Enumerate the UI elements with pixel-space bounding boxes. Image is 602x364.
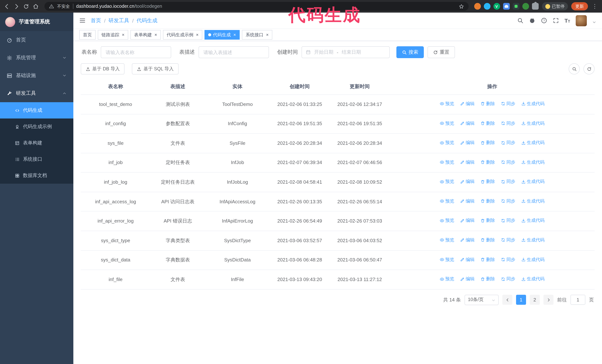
action-preview-link[interactable]: 预览 <box>440 179 454 185</box>
github-icon[interactable] <box>529 17 535 24</box>
action-preview-link[interactable]: 预览 <box>440 140 454 146</box>
update-chip[interactable]: 更新 <box>571 2 588 10</box>
action-sync-link[interactable]: 同步 <box>501 120 515 126</box>
breadcrumb-item-home[interactable]: 首页 <box>91 17 101 24</box>
action-edit-link[interactable]: 编辑 <box>460 276 474 282</box>
action-preview-link[interactable]: 预览 <box>440 256 454 263</box>
avatar-caret-icon[interactable] <box>592 19 596 22</box>
action-edit-link[interactable]: 编辑 <box>460 218 474 224</box>
action-generate-code-link[interactable]: 生成代码 <box>521 276 545 282</box>
search-button[interactable]: 搜索 <box>396 46 424 58</box>
tab-close-icon[interactable]: × <box>122 32 124 37</box>
action-generate-code-link[interactable]: 生成代码 <box>521 179 545 185</box>
action-delete-link[interactable]: 删除 <box>481 159 495 165</box>
action-delete-link[interactable]: 删除 <box>481 120 495 126</box>
action-delete-link[interactable]: 删除 <box>481 179 495 185</box>
action-generate-code-link[interactable]: 生成代码 <box>521 159 545 165</box>
extension-icon-4[interactable] <box>503 3 510 10</box>
action-generate-code-link[interactable]: 生成代码 <box>521 218 545 224</box>
extensions-puzzle-icon[interactable] <box>532 3 538 10</box>
goto-page-input[interactable] <box>570 295 585 305</box>
sidebar-item-codegen-example[interactable]: 代码生成示例 <box>0 118 73 135</box>
table-desc-input[interactable] <box>199 46 269 58</box>
tab-form-builder[interactable]: 表单构建× <box>130 30 161 40</box>
refresh-icon[interactable] <box>23 3 29 10</box>
action-generate-code-link[interactable]: 生成代码 <box>521 140 545 146</box>
action-delete-link[interactable]: 删除 <box>481 101 495 107</box>
sidebar-item-codegen[interactable]: 代码生成 <box>0 102 73 118</box>
action-delete-link[interactable]: 删除 <box>481 276 495 282</box>
action-edit-link[interactable]: 编辑 <box>460 140 474 146</box>
extension-icon-3[interactable]: V <box>493 3 500 10</box>
action-sync-link[interactable]: 同步 <box>501 218 515 224</box>
sidebar-item-infrastructure[interactable]: 基础设施 <box>0 67 73 84</box>
action-preview-link[interactable]: 预览 <box>440 159 454 165</box>
action-preview-link[interactable]: 预览 <box>440 218 454 224</box>
avatar[interactable] <box>576 15 587 26</box>
table-name-input[interactable] <box>101 46 171 58</box>
address-bar[interactable]: 不安全 dashboard.yudao.iocoder.cn/tool/code… <box>44 2 468 11</box>
tab-system-api[interactable]: 系统接口× <box>242 30 272 40</box>
tab-codegen[interactable]: 代码生成× <box>204 30 240 40</box>
extension-icon-1[interactable] <box>474 3 481 10</box>
action-edit-link[interactable]: 编辑 <box>460 101 474 107</box>
paused-chip[interactable]: 已暂停 <box>542 2 568 10</box>
tab-close-icon[interactable]: × <box>266 32 269 37</box>
tab-trace[interactable]: 链路追踪× <box>98 30 128 40</box>
import-sql-button[interactable]: 基于 SQL 导入 <box>132 63 179 74</box>
page-button-2[interactable]: 2 <box>530 295 540 305</box>
search-icon[interactable] <box>517 17 523 24</box>
action-delete-link[interactable]: 删除 <box>481 140 495 146</box>
sidebar-item-form-builder[interactable]: 表单构建 <box>0 135 73 151</box>
action-sync-link[interactable]: 同步 <box>501 237 515 243</box>
action-preview-link[interactable]: 预览 <box>440 237 454 243</box>
extension-icon-6[interactable] <box>522 3 529 10</box>
sidebar-item-home[interactable]: 首页 <box>0 31 73 49</box>
sidebar-item-system-management[interactable]: 系统管理 <box>0 49 73 67</box>
page-size-select[interactable]: 10条/页 <box>464 295 499 305</box>
sidebar-collapse-icon[interactable] <box>79 17 86 24</box>
sidebar-item-system-api[interactable]: 系统接口 <box>0 151 73 167</box>
tab-home[interactable]: 首页 <box>79 30 96 40</box>
action-edit-link[interactable]: 编辑 <box>460 120 474 126</box>
action-generate-code-link[interactable]: 生成代码 <box>521 256 545 263</box>
refresh-table-button[interactable] <box>583 63 595 74</box>
fullscreen-icon[interactable] <box>553 17 559 24</box>
next-page-button[interactable] <box>543 295 553 305</box>
extension-icon-2[interactable] <box>484 3 490 10</box>
back-icon[interactable] <box>4 3 10 10</box>
toggle-search-button[interactable] <box>569 63 580 74</box>
action-generate-code-link[interactable]: 生成代码 <box>521 101 545 107</box>
tab-close-icon[interactable]: × <box>154 32 157 37</box>
date-range-picker[interactable]: 开始日期 - 结束日期 <box>301 46 390 58</box>
browser-menu-icon[interactable]: ⋮ <box>591 3 598 10</box>
import-db-button[interactable]: 基于 DB 导入 <box>81 63 125 74</box>
app-logo[interactable]: 芋道管理系统 <box>0 13 73 31</box>
extension-icon-5[interactable] <box>513 3 519 10</box>
action-preview-link[interactable]: 预览 <box>440 120 454 126</box>
page-button-1[interactable]: 1 <box>516 295 526 305</box>
bookmark-star-icon[interactable] <box>458 3 464 9</box>
action-sync-link[interactable]: 同步 <box>501 256 515 263</box>
action-generate-code-link[interactable]: 生成代码 <box>521 198 545 204</box>
action-delete-link[interactable]: 删除 <box>481 218 495 224</box>
reset-button[interactable]: 重置 <box>428 46 455 58</box>
forward-icon[interactable] <box>13 3 20 10</box>
action-delete-link[interactable]: 删除 <box>481 198 495 204</box>
action-edit-link[interactable]: 编辑 <box>460 159 474 165</box>
action-sync-link[interactable]: 同步 <box>501 276 515 282</box>
action-generate-code-link[interactable]: 生成代码 <box>521 237 545 243</box>
action-sync-link[interactable]: 同步 <box>501 198 515 204</box>
sidebar-item-dev-tools[interactable]: 研发工具 <box>0 84 73 102</box>
action-edit-link[interactable]: 编辑 <box>460 198 474 204</box>
action-sync-link[interactable]: 同步 <box>501 159 515 165</box>
action-delete-link[interactable]: 删除 <box>481 237 495 243</box>
home-icon[interactable] <box>32 3 39 10</box>
action-preview-link[interactable]: 预览 <box>440 101 454 107</box>
action-preview-link[interactable]: 预览 <box>440 276 454 282</box>
action-sync-link[interactable]: 同步 <box>501 140 515 146</box>
action-sync-link[interactable]: 同步 <box>501 179 515 185</box>
action-delete-link[interactable]: 删除 <box>481 256 495 263</box>
action-generate-code-link[interactable]: 生成代码 <box>521 120 545 126</box>
action-edit-link[interactable]: 编辑 <box>460 179 474 185</box>
